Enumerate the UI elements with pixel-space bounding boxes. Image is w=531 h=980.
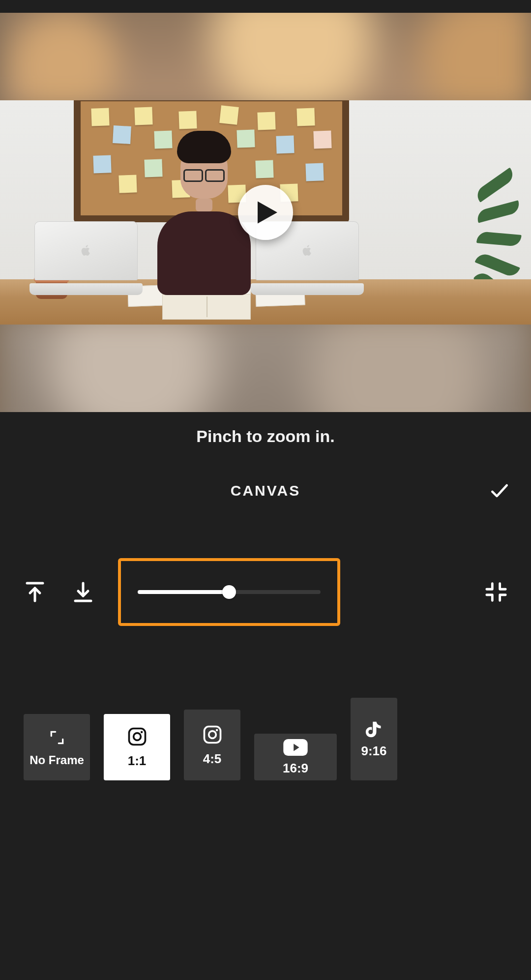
aspect-ratio-list[interactable]: No Frame1:14:516:99:16 bbox=[0, 644, 531, 780]
zoom-slider[interactable] bbox=[138, 590, 321, 594]
canvas-header: CANVAS bbox=[0, 469, 531, 513]
align-bottom-button[interactable] bbox=[61, 570, 105, 614]
align-bottom-icon bbox=[73, 581, 93, 603]
tiktok-icon bbox=[365, 720, 383, 740]
slider-thumb[interactable] bbox=[222, 585, 236, 599]
ratio-label: 1:1 bbox=[128, 753, 147, 769]
fit-screen-icon bbox=[485, 581, 507, 603]
svg-rect-2 bbox=[129, 729, 145, 745]
video-preview[interactable] bbox=[0, 13, 531, 412]
scene-notebook bbox=[162, 294, 251, 320]
svg-point-4 bbox=[140, 731, 143, 734]
pinch-hint-text: Pinch to zoom in. bbox=[0, 412, 531, 469]
zoom-slider-row bbox=[0, 540, 531, 644]
youtube-icon bbox=[282, 738, 309, 757]
ratio-16-9[interactable]: 16:9 bbox=[254, 734, 337, 780]
status-bar bbox=[0, 0, 531, 13]
expand-corners-icon bbox=[47, 728, 67, 747]
play-button[interactable] bbox=[238, 185, 293, 240]
checkmark-icon bbox=[489, 480, 510, 502]
blur-background-bottom bbox=[0, 314, 531, 412]
ratio-4-5[interactable]: 4:5 bbox=[184, 710, 240, 780]
ratio-1-1[interactable]: 1:1 bbox=[104, 714, 170, 780]
video-frame[interactable] bbox=[0, 100, 531, 325]
align-top-button[interactable] bbox=[13, 570, 57, 614]
blur-background-top bbox=[0, 13, 531, 111]
section-title: CANVAS bbox=[231, 482, 300, 499]
ratio-label: 16:9 bbox=[283, 761, 308, 776]
ratio-label: 4:5 bbox=[203, 751, 222, 767]
zoom-slider-container bbox=[118, 558, 340, 626]
ratio-label: 9:16 bbox=[361, 743, 386, 759]
instagram-icon bbox=[126, 726, 148, 747]
slider-fill bbox=[138, 590, 229, 594]
play-icon bbox=[258, 201, 277, 224]
ratio-label: No Frame bbox=[30, 753, 84, 767]
fit-screen-button[interactable] bbox=[474, 570, 518, 614]
scene-laptop-left bbox=[30, 221, 143, 295]
scene-plant bbox=[472, 182, 531, 290]
confirm-button[interactable] bbox=[486, 477, 513, 505]
ratio-no-frame[interactable]: No Frame bbox=[24, 714, 90, 780]
svg-rect-5 bbox=[204, 726, 220, 742]
svg-point-7 bbox=[215, 729, 218, 731]
ratio-9-16[interactable]: 9:16 bbox=[351, 698, 397, 780]
svg-point-3 bbox=[133, 733, 141, 741]
instagram-icon bbox=[202, 724, 223, 745]
video-editor-canvas-screen: Pinch to zoom in. CANVAS bbox=[0, 0, 531, 980]
align-top-icon bbox=[25, 581, 45, 603]
svg-point-6 bbox=[208, 731, 216, 738]
